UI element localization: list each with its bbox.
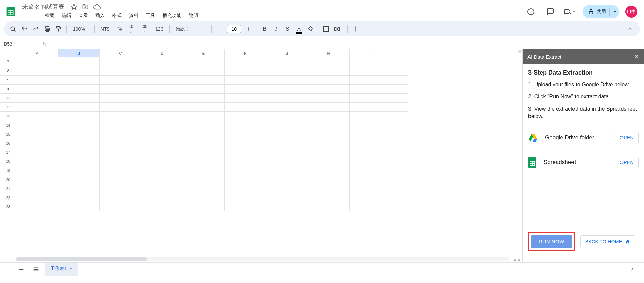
cell-F10[interactable] <box>225 85 266 94</box>
cell-A15[interactable] <box>16 130 58 139</box>
cell-C10[interactable] <box>100 85 141 94</box>
cell-C19[interactable] <box>100 166 141 175</box>
cell-A19[interactable] <box>16 166 58 175</box>
font-size-increase[interactable] <box>244 23 254 34</box>
italic-button[interactable]: I <box>271 23 281 34</box>
cell-G21[interactable] <box>266 184 308 193</box>
close-icon[interactable]: ✕ <box>634 53 639 60</box>
cell-A23[interactable] <box>16 202 58 211</box>
row-header-9[interactable]: 9 <box>0 76 16 85</box>
cell-H22[interactable] <box>308 193 350 202</box>
cell-C20[interactable] <box>100 175 141 184</box>
cell-H9[interactable] <box>308 76 350 85</box>
row-header-18[interactable]: 18 <box>0 157 16 166</box>
cell-I16[interactable] <box>350 139 391 148</box>
cell-F19[interactable] <box>225 166 266 175</box>
move-icon[interactable] <box>82 3 89 10</box>
cell-G13[interactable] <box>266 112 308 121</box>
vertical-scrollbar[interactable] <box>518 49 522 257</box>
cell-B23[interactable] <box>58 202 100 211</box>
cell-I17[interactable] <box>350 148 391 157</box>
cell-F22[interactable] <box>225 193 266 202</box>
col-header-D[interactable]: D <box>141 49 183 57</box>
cell-G19[interactable] <box>266 166 308 175</box>
cell-H20[interactable] <box>308 175 350 184</box>
menu-tools[interactable]: 工具 <box>142 11 158 20</box>
cell-B21[interactable] <box>58 184 100 193</box>
decrease-decimal-button[interactable]: .0.← <box>127 23 137 34</box>
menu-view[interactable]: 查看 <box>75 11 91 20</box>
cell-I11[interactable] <box>350 94 391 103</box>
cell-E12[interactable] <box>183 103 225 112</box>
star-icon[interactable] <box>71 3 77 10</box>
name-box[interactable]: B53 <box>1 41 35 47</box>
font-select[interactable]: 預設 (... <box>172 23 209 34</box>
cell-C9[interactable] <box>100 76 141 85</box>
cell-I19[interactable] <box>350 166 391 175</box>
cell-F18[interactable] <box>225 157 266 166</box>
col-header-E[interactable]: E <box>183 49 225 57</box>
col-header-H[interactable]: H <box>308 49 350 57</box>
cell-F9[interactable] <box>225 76 266 85</box>
font-size-input[interactable] <box>227 25 241 33</box>
cell-I8[interactable] <box>350 66 391 76</box>
cell-G9[interactable] <box>266 76 308 85</box>
sheets-logo[interactable] <box>4 5 17 18</box>
menu-help[interactable]: 說明 <box>185 11 201 20</box>
row-header-20[interactable]: 20 <box>0 175 16 184</box>
back-to-home-button[interactable]: BACK TO HOME <box>580 235 635 248</box>
cell-D17[interactable] <box>141 148 183 157</box>
cell-B22[interactable] <box>58 193 100 202</box>
cell-E21[interactable] <box>183 184 225 193</box>
cell-A17[interactable] <box>16 148 58 157</box>
row-header-15[interactable]: 15 <box>0 130 16 139</box>
cell-C22[interactable] <box>100 193 141 202</box>
row-header-19[interactable]: 19 <box>0 166 16 175</box>
cell-D10[interactable] <box>141 85 183 94</box>
cell-E14[interactable] <box>183 121 225 130</box>
cell-B20[interactable] <box>58 175 100 184</box>
font-size-decrease[interactable] <box>214 23 224 34</box>
cell-I9[interactable] <box>350 76 391 85</box>
col-header-I[interactable]: I <box>350 49 391 57</box>
cell-G15[interactable] <box>266 130 308 139</box>
paint-format-icon[interactable] <box>54 23 64 34</box>
scroll-left-icon[interactable]: ◄ <box>512 257 517 262</box>
cell-C7[interactable] <box>100 57 141 66</box>
cell-E18[interactable] <box>183 157 225 166</box>
more-toolbar-icon[interactable] <box>350 23 360 34</box>
open-spreadsheet-button[interactable]: OPEN <box>615 157 639 168</box>
all-sheets-button[interactable] <box>30 264 42 275</box>
menu-extensions[interactable]: 擴充功能 <box>159 11 185 20</box>
menu-data[interactable]: 資料 <box>126 11 142 20</box>
spreadsheet-grid[interactable]: ABCDEFGHI7891011121314151617181920212223 <box>0 49 408 211</box>
cell-G14[interactable] <box>266 121 308 130</box>
cell-A12[interactable] <box>16 103 58 112</box>
cell-A14[interactable] <box>16 121 58 130</box>
cell-F15[interactable] <box>225 130 266 139</box>
cell-I13[interactable] <box>350 112 391 121</box>
cell-G10[interactable] <box>266 85 308 94</box>
fill-color-button[interactable] <box>305 23 315 34</box>
history-icon[interactable] <box>524 5 538 18</box>
cell-G20[interactable] <box>266 175 308 184</box>
cell-F8[interactable] <box>225 66 266 76</box>
account-avatar[interactable]: 田中 <box>625 6 637 18</box>
cell-E15[interactable] <box>183 130 225 139</box>
cell-A21[interactable] <box>16 184 58 193</box>
borders-button[interactable] <box>321 23 331 34</box>
comments-icon[interactable] <box>544 5 557 18</box>
cell-A7[interactable] <box>16 57 58 66</box>
cloud-status-icon[interactable] <box>93 3 101 10</box>
cell-I18[interactable] <box>350 157 391 166</box>
cell-A10[interactable] <box>16 85 58 94</box>
cell-E17[interactable] <box>183 148 225 157</box>
cell-B7[interactable] <box>58 57 100 66</box>
cell-I23[interactable] <box>350 202 391 211</box>
cell-E19[interactable] <box>183 166 225 175</box>
cell-I10[interactable] <box>350 85 391 94</box>
cell-I12[interactable] <box>350 103 391 112</box>
undo-icon[interactable] <box>19 23 30 34</box>
col-header-F[interactable]: F <box>225 49 266 57</box>
cell-B9[interactable] <box>58 76 100 85</box>
